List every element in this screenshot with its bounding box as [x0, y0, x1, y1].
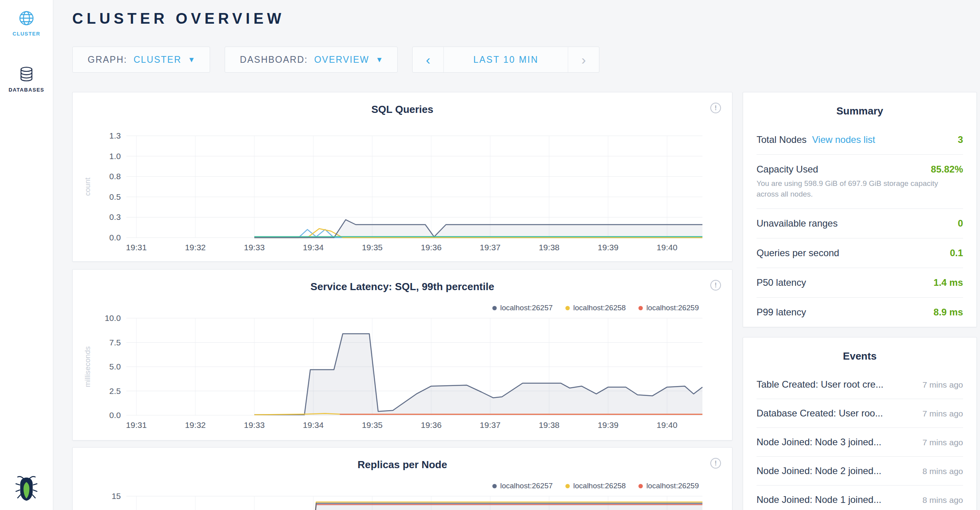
summary-row-p99-latency: P99 latency 8.9 ms [757, 298, 963, 327]
legend-item: localhost:26258 [565, 482, 626, 490]
cockroach-bug-icon [15, 475, 38, 501]
summary-label: Capacity Used [757, 164, 818, 175]
sql-queries-chart[interactable]: 19:3119:3219:3319:3419:3519:3619:3719:38… [73, 132, 732, 258]
legend-item: localhost:26259 [638, 304, 699, 312]
summary-label: P99 latency [757, 307, 806, 318]
event-row: Table Created: User root cre... 7 mins a… [757, 370, 963, 399]
legend-label: localhost:26258 [573, 482, 626, 490]
svg-text:19:40: 19:40 [657, 243, 678, 252]
svg-text:19:35: 19:35 [362, 420, 383, 429]
capacity-note: You are using 598.9 GiB of 697.9 GiB sto… [757, 178, 946, 199]
legend-label: localhost:26259 [646, 304, 699, 312]
replicas-per-node-chart[interactable]: 19:3119:3219:3319:3419:3519:3619:3719:38… [73, 491, 732, 510]
dashboard-controls: GRAPH: CLUSTER ▾ DASHBOARD: OVERVIEW ▾ ‹… [72, 47, 599, 73]
legend-dot-icon [565, 306, 570, 310]
svg-text:1.3: 1.3 [109, 132, 121, 140]
event-time: 7 mins ago [922, 438, 963, 447]
event-time: 8 mins ago [922, 495, 963, 505]
chart-title: SQL Queries [73, 103, 732, 116]
svg-text:2.5: 2.5 [109, 386, 121, 396]
svg-text:0.0: 0.0 [109, 233, 121, 242]
view-nodes-link[interactable]: View nodes list [812, 134, 875, 145]
svg-text:0.0: 0.0 [109, 411, 121, 420]
legend-label: localhost:26257 [500, 482, 553, 490]
dashboard-dropdown[interactable]: DASHBOARD: OVERVIEW ▾ [225, 47, 398, 73]
time-window-selector: ‹ LAST 10 MIN › [412, 47, 599, 73]
time-prev-button[interactable]: ‹ [413, 47, 443, 72]
svg-text:19:34: 19:34 [303, 243, 324, 252]
legend-item: localhost:26257 [492, 304, 553, 312]
summary-label: P50 latency [757, 277, 806, 288]
event-text: Table Created: User root cre... [757, 379, 883, 390]
time-next-button[interactable]: › [568, 47, 599, 72]
legend-label: localhost:26259 [646, 482, 699, 490]
summary-value: 85.82% [931, 164, 963, 175]
summary-value: 8.9 ms [933, 307, 963, 318]
legend-dot-icon [638, 306, 643, 310]
chart-legend: localhost:26257 localhost:26258 localhos… [492, 304, 699, 312]
info-icon[interactable]: ! [710, 280, 721, 291]
svg-text:19:32: 19:32 [185, 420, 206, 429]
summary-label: Queries per second [757, 248, 839, 259]
chevron-down-icon: ▾ [190, 55, 195, 64]
service-latency-chart[interactable]: 19:3119:3219:3319:3419:3519:3619:3719:38… [73, 313, 732, 439]
svg-text:19:36: 19:36 [421, 420, 442, 429]
event-row: Node Joined: Node 2 joined... 8 mins ago [757, 457, 963, 486]
database-icon [19, 66, 34, 82]
svg-text:19:31: 19:31 [126, 420, 147, 429]
svg-text:5.0: 5.0 [109, 362, 121, 371]
legend-dot-icon [565, 484, 570, 488]
info-icon[interactable]: ! [710, 458, 721, 469]
svg-text:19:37: 19:37 [480, 243, 501, 252]
summary-row-capacity-used: Capacity Used 85.82% You are using 598.9… [757, 155, 963, 209]
svg-text:19:39: 19:39 [598, 420, 619, 429]
sidebar-item-databases[interactable]: DATABASES [0, 66, 53, 93]
event-text: Node Joined: Node 3 joined... [757, 437, 881, 448]
svg-text:0.8: 0.8 [109, 172, 121, 181]
event-time: 7 mins ago [922, 409, 963, 418]
summary-value: 1.4 ms [933, 277, 963, 288]
summary-label-group: Total NodesView nodes list [757, 134, 875, 145]
dashboard-dropdown-value: OVERVIEW [314, 54, 370, 65]
svg-text:19:33: 19:33 [244, 243, 265, 252]
legend-item: localhost:26257 [492, 482, 553, 490]
svg-text:1.0: 1.0 [109, 152, 121, 161]
svg-text:19:38: 19:38 [539, 420, 559, 429]
svg-text:0.5: 0.5 [109, 192, 121, 201]
event-row: Node Joined: Node 3 joined... 7 mins ago [757, 428, 963, 457]
chevron-down-icon: ▾ [377, 55, 382, 64]
page-title: CLUSTER OVERVIEW [72, 10, 285, 27]
legend-item: localhost:26258 [565, 304, 626, 312]
chart-card-replicas-per-node: Replicas per Node ! localhost:26257 loca… [72, 447, 732, 510]
svg-text:19:40: 19:40 [657, 420, 678, 429]
graph-dropdown-value: CLUSTER [133, 54, 181, 65]
svg-text:19:33: 19:33 [244, 420, 265, 429]
summary-value: 0.1 [950, 248, 963, 259]
cockroachdb-logo [0, 475, 53, 503]
chart-card-sql-queries: SQL Queries ! 19:3119:3219:3319:3419:351… [72, 92, 732, 262]
cluster-overview-page: CLUSTER DATABASES [0, 0, 980, 510]
event-text: Database Created: User roo... [757, 408, 883, 419]
event-row: Node Joined: Node 1 joined... 8 mins ago [757, 486, 963, 510]
info-icon[interactable]: ! [710, 103, 721, 113]
time-range-button[interactable]: LAST 10 MIN [443, 47, 568, 72]
sidebar-item-label: CLUSTER [0, 31, 53, 37]
summary-panel: Summary Total NodesView nodes list 3 Cap… [743, 92, 977, 327]
event-time: 7 mins ago [922, 380, 963, 390]
event-text: Node Joined: Node 2 joined... [757, 465, 881, 476]
summary-label: Total Nodes [757, 134, 807, 145]
summary-row-total-nodes: Total NodesView nodes list 3 [757, 125, 963, 155]
chart-title: Service Latency: SQL, 99th percentile [73, 281, 732, 293]
legend-dot-icon [492, 484, 497, 488]
svg-text:19:32: 19:32 [185, 243, 206, 252]
event-time: 8 mins ago [922, 467, 963, 476]
sidebar-item-cluster[interactable]: CLUSTER [0, 10, 53, 37]
summary-label: Unavailable ranges [757, 218, 837, 229]
svg-text:count: count [83, 177, 92, 196]
svg-text:19:39: 19:39 [598, 243, 619, 252]
events-panel: Events Table Created: User root cre... 7… [743, 337, 977, 510]
sidebar: CLUSTER DATABASES [0, 0, 53, 510]
graph-dropdown[interactable]: GRAPH: CLUSTER ▾ [72, 47, 210, 73]
legend-dot-icon [638, 484, 643, 488]
svg-text:19:34: 19:34 [303, 420, 324, 429]
